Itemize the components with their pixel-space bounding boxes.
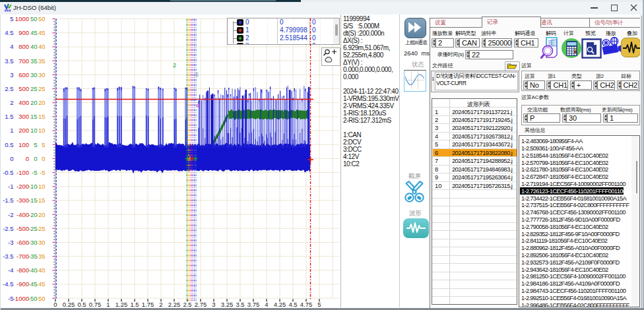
svg-text:1.5: 1.5 (5, 113, 13, 120)
svg-text:1.75: 1.75 (142, 301, 154, 308)
svg-text:900: 900 (18, 29, 29, 36)
svg-text:4: 4 (196, 102, 199, 109)
svg-text:-20: -20 (36, 211, 46, 218)
svg-text:800: 800 (18, 43, 29, 50)
svg-text:-10: -10 (36, 183, 46, 190)
svg-text:4: 4 (265, 301, 268, 308)
svg-text:0: 0 (10, 155, 13, 162)
svg-text:1000: 1000 (15, 15, 29, 22)
svg-text:-2: -2 (8, 211, 13, 218)
svg-text:4.75: 4.75 (300, 301, 313, 308)
svg-text:-4.5: -4.5 (3, 280, 13, 288)
svg-text:200: 200 (18, 127, 29, 134)
svg-text:4: 4 (10, 43, 13, 50)
svg-text:-2.5: -2.5 (3, 225, 13, 232)
svg-text:2.5: 2.5 (183, 301, 191, 308)
svg-text:300: 300 (18, 113, 29, 120)
svg-text:-5: -5 (40, 169, 45, 176)
svg-text:-3.5: -3.5 (3, 253, 13, 260)
svg-text:3.75: 3.75 (247, 301, 260, 308)
svg-text:5: 5 (42, 141, 45, 148)
svg-text:5: 5 (34, 141, 37, 148)
svg-text:-500: -500 (16, 225, 29, 232)
svg-text:40: 40 (38, 43, 46, 50)
svg-text:-400: -400 (16, 211, 29, 218)
svg-text:-25: -25 (36, 225, 46, 232)
svg-text:-0.5: -0.5 (3, 169, 13, 176)
svg-text:2.75: 2.75 (195, 301, 207, 308)
svg-text:3.5: 3.5 (5, 57, 13, 65)
svg-text:0.5: 0.5 (5, 141, 13, 148)
svg-text:2: 2 (10, 99, 13, 106)
svg-text:-30: -30 (36, 239, 46, 246)
svg-text:35: 35 (30, 57, 38, 65)
svg-text:25: 25 (38, 85, 46, 92)
svg-text:15: 15 (30, 113, 38, 120)
svg-text:-3: -3 (8, 239, 13, 246)
svg-text:1: 1 (106, 301, 110, 308)
svg-text:0.75: 0.75 (89, 301, 102, 308)
svg-text:40: 40 (30, 43, 38, 50)
svg-text:3: 3 (212, 301, 215, 308)
svg-text:35: 35 (38, 57, 46, 65)
svg-text:20: 20 (38, 99, 46, 106)
svg-text:-15: -15 (36, 197, 46, 204)
svg-text:15: 15 (38, 113, 46, 120)
svg-text:4.5: 4.5 (5, 29, 13, 36)
svg-text:4.25: 4.25 (274, 301, 286, 308)
svg-text:45: 45 (30, 29, 38, 36)
svg-text:2: 2 (173, 62, 176, 69)
svg-text:-50: -50 (36, 295, 46, 302)
svg-text:25: 25 (30, 85, 38, 92)
svg-text:0: 0 (53, 301, 57, 308)
svg-text:-300: -300 (16, 197, 29, 204)
svg-text:3.5: 3.5 (236, 301, 244, 308)
svg-text:100: 100 (18, 141, 29, 148)
svg-text:5: 5 (195, 71, 199, 78)
svg-text:-900: -900 (16, 280, 29, 288)
svg-text:-100: -100 (16, 169, 29, 176)
svg-text:20: 20 (30, 99, 38, 106)
svg-text:600: 600 (18, 71, 29, 78)
svg-text:-800: -800 (16, 266, 29, 274)
svg-text:0: 0 (34, 155, 37, 162)
svg-text:-1000: -1000 (13, 295, 29, 302)
svg-text:2.25: 2.25 (168, 301, 181, 308)
svg-text:50: 50 (30, 15, 38, 22)
svg-text:0: 0 (42, 155, 45, 162)
svg-text:-700: -700 (16, 253, 29, 260)
svg-text:700: 700 (18, 57, 29, 65)
svg-text:0.5: 0.5 (77, 301, 86, 308)
svg-text:-200: -200 (16, 183, 29, 190)
svg-text:1: 1 (10, 127, 13, 134)
svg-text:-4: -4 (8, 266, 13, 274)
svg-text:-5: -5 (32, 169, 37, 176)
svg-text:45: 45 (38, 29, 46, 36)
svg-text:5: 5 (10, 15, 13, 22)
svg-text:-1: -1 (8, 183, 13, 190)
svg-text:1.5: 1.5 (130, 301, 139, 308)
svg-text:3: 3 (10, 71, 13, 78)
svg-text:-1.5: -1.5 (3, 197, 13, 204)
svg-text:30: 30 (38, 71, 46, 78)
svg-text:50: 50 (38, 15, 46, 22)
svg-text:500: 500 (18, 85, 29, 92)
svg-text:3.25: 3.25 (221, 301, 234, 308)
svg-text:0: 0 (26, 155, 29, 162)
svg-text:2.5: 2.5 (5, 85, 13, 92)
svg-text:4.5: 4.5 (288, 301, 297, 308)
svg-text:-40: -40 (36, 266, 46, 274)
svg-text:0.25: 0.25 (63, 301, 75, 308)
svg-text:30: 30 (30, 71, 38, 78)
svg-text:2: 2 (159, 301, 162, 308)
svg-text:400: 400 (18, 99, 29, 106)
svg-text:-600: -600 (16, 239, 29, 246)
svg-text:5: 5 (317, 301, 321, 308)
svg-text:-35: -35 (36, 253, 46, 260)
svg-text:10: 10 (38, 127, 46, 134)
svg-text:1.25: 1.25 (115, 301, 128, 308)
svg-text:-45: -45 (36, 280, 46, 288)
svg-text:10: 10 (30, 127, 38, 134)
